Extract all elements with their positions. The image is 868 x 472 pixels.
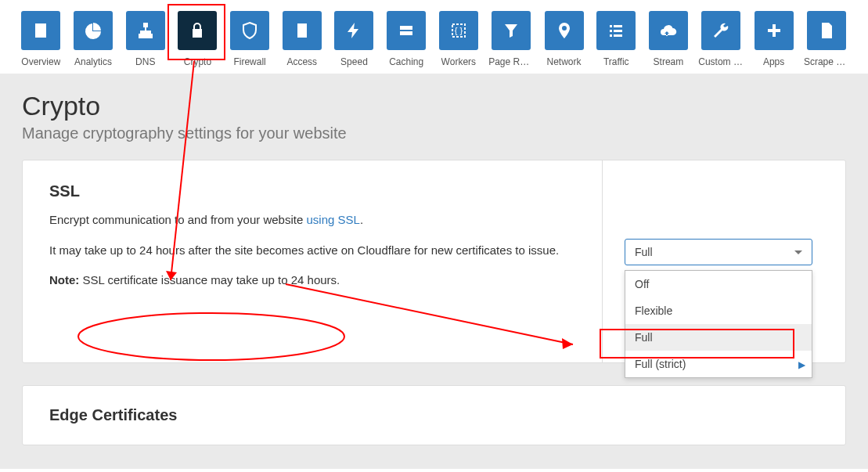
braces-icon[interactable]: { } [439,11,478,50]
nav-item-dns[interactable]: DNS [124,11,166,67]
nav-item-workers[interactable]: { }Workers [438,11,480,67]
nav-item-analytics[interactable]: Analytics [73,11,114,67]
nav-label: Crypto [184,56,211,67]
nav-item-traffic[interactable]: Traffic [596,11,637,67]
lock-icon[interactable] [178,11,217,50]
nav-label: Apps [763,56,784,67]
nav-item-caching[interactable]: Caching [386,11,427,67]
nav-item-firewall[interactable]: Firewall [229,11,271,67]
nav-item-scrape-s-[interactable]: Scrape S... [805,11,848,67]
ssl-note-label: Note: [49,273,79,286]
main-area: Crypto Manage cryptography settings for … [0,74,868,469]
nav-item-network[interactable]: Network [543,11,585,67]
nav-label: Workers [441,56,476,67]
ssl-option-full-strict-[interactable]: Full (strict)▶ [625,351,812,377]
nav-item-speed[interactable]: Speed [333,11,375,67]
svg-text:{ }: { } [455,26,463,35]
document-icon[interactable] [21,11,60,50]
nav-label: Scrape S... [804,56,849,67]
nav-item-crypto[interactable]: Crypto [177,11,218,67]
ssl-note-text: SSL certificate issuance may take up to … [79,273,340,286]
ssl-card: SSL Encrypt communication to and from yo… [22,160,846,363]
nav-label: Firewall [233,56,265,67]
nav-item-stream[interactable]: Stream [648,11,690,67]
nav-item-access[interactable]: Access [281,11,322,67]
ssl-card-side: Full OffFlexibleFullFull (strict)▶ [603,160,845,362]
ssl-note: Note: SSL certificate issuance may take … [49,272,575,290]
ssl-desc-prefix: Encrypt communication to and from your w… [49,213,306,226]
nav-label: Network [547,56,582,67]
ssl-mode-select[interactable]: Full [625,239,812,265]
nav-label: Traffic [603,56,629,67]
nav-label: DNS [135,56,155,67]
ssl-desc: Encrypt communication to and from your w… [49,211,575,229]
nav-label: Access [286,56,317,67]
edge-cert-title: Edge Certificates [49,406,819,424]
funnel-icon[interactable] [492,11,531,50]
edge-cert-card: Edge Certificates [22,385,846,445]
nav-label: Speed [340,56,368,67]
nav-label: Analytics [74,56,112,67]
door-icon[interactable] [283,11,322,50]
page-subtitle: Manage cryptography settings for your we… [22,124,846,142]
shield-icon[interactable] [230,11,269,50]
ssl-select-value: Full [635,246,653,258]
page-title: Crypto [22,91,846,121]
top-nav: OverviewAnalyticsDNSCryptoFirewallAccess… [0,0,868,74]
chevron-down-icon [794,250,802,254]
chevron-right-icon: ▶ [798,359,805,370]
ssl-option-off[interactable]: Off [625,271,812,297]
nav-item-apps[interactable]: Apps [753,11,794,67]
ssl-desc-link[interactable]: using SSL [306,213,359,226]
ssl-title: SSL [49,182,575,200]
nav-label: Caching [389,56,423,67]
bolt-icon[interactable] [334,11,373,50]
page-icon[interactable] [807,11,846,50]
plus-icon[interactable] [755,11,794,50]
nav-label: Stream [654,56,684,67]
nav-label: Overview [21,56,60,67]
nav-item-page-rules[interactable]: Page Rules [490,11,532,67]
ssl-card-body: SSL Encrypt communication to and from yo… [23,160,603,362]
wrench-icon[interactable] [701,11,740,50]
nav-item-overview[interactable]: Overview [20,11,62,67]
pie-icon[interactable] [74,11,113,50]
ssl-mode-dropdown: OffFlexibleFullFull (strict)▶ [625,270,812,378]
ssl-delay-text: It may take up to 24 hours after the sit… [49,242,575,260]
nav-label: Custom P... [698,56,744,67]
drive-icon[interactable] [387,11,426,50]
pin-icon[interactable] [545,11,584,50]
ssl-option-flexible[interactable]: Flexible [625,297,812,324]
ssl-desc-suffix: . [360,213,363,226]
nav-item-custom-p-[interactable]: Custom P... [700,11,742,67]
sitemap-icon[interactable] [126,11,165,50]
cloud-icon[interactable] [649,11,688,50]
ssl-option-full[interactable]: Full [625,324,812,351]
nav-label: Page Rules [488,56,534,67]
list-icon[interactable] [596,11,636,50]
